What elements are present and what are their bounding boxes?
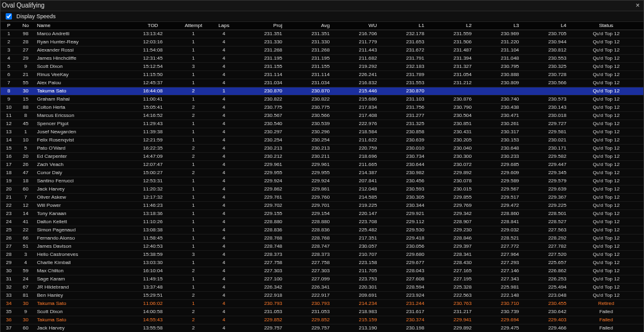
col-laps[interactable]: Laps: [210, 22, 237, 30]
table-row[interactable]: 3381Ben Hanley15:29:5124222.918222.91720…: [1, 292, 643, 300]
titlebar[interactable]: Oval Qualifying ×: [1, 1, 643, 11]
cell-l1: 231.756: [379, 104, 426, 112]
table-row[interactable]: 830Takuma Sato16:44:0821230.870230.87021…: [1, 87, 643, 96]
cell-p: 36: [1, 316, 17, 324]
col-wu[interactable]: WU: [332, 22, 379, 30]
cell-proj: 229.862: [238, 185, 285, 194]
table-row[interactable]: 2212Will Power11:46:2314229.702229.70121…: [1, 202, 643, 210]
cell-avg: 229.955: [285, 169, 332, 177]
col-attempt[interactable]: Attempt: [177, 22, 211, 30]
col-proj[interactable]: Proj: [238, 22, 285, 30]
display-speeds-label[interactable]: Display Speeds: [16, 13, 56, 20]
col-name[interactable]: Name: [35, 22, 130, 30]
cell-l3: 229.517: [474, 194, 521, 202]
cell-wu: 217.351: [332, 235, 379, 243]
cell-wu: 218.983: [332, 308, 379, 316]
table-row[interactable]: 327Alexander Rossi11:54:0814231.268231.2…: [1, 47, 643, 55]
cell-status: Qu'd Top 12: [569, 112, 643, 120]
cell-l1: 228.594: [379, 284, 426, 292]
cell-att: 1: [177, 202, 211, 210]
table-row[interactable]: 198Marco Andretti13:13:4214231.351231.35…: [1, 30, 643, 38]
display-speeds-checkbox[interactable]: [6, 13, 12, 19]
cell-avg: 231.034: [285, 79, 332, 87]
table-row[interactable]: 283Helio Castroneves15:38:5934228.373228…: [1, 251, 643, 259]
table-row[interactable]: 3267JR Hildebrand13:37:4814226.342226.34…: [1, 284, 643, 292]
cell-status: Qu'd Top 12: [569, 292, 643, 300]
cell-proj: 231.195: [238, 55, 285, 63]
cell-status: Qu'd Top 12: [569, 120, 643, 128]
cell-l4: 227.782: [521, 243, 569, 251]
table-row[interactable]: 359Scott Dixon14:00:5824231.053231.05321…: [1, 308, 643, 316]
cell-laps: 4: [210, 47, 237, 55]
table-row[interactable]: 2666Fernando Alonso11:58:4514228.768228.…: [1, 235, 643, 243]
cell-att: 1: [177, 185, 211, 194]
cell-no: 18: [17, 177, 35, 185]
cell-l2: 229.892: [427, 169, 474, 177]
table-row[interactable]: 228Ryan Hunter-Reay12:03:1614231.330231.…: [1, 38, 643, 47]
cell-l1: 230.344: [379, 202, 426, 210]
cell-l3: 227.293: [474, 259, 521, 267]
cell-avg: 231.195: [285, 55, 332, 63]
table-row[interactable]: 429James Hinchcliffe12:31:4514231.195231…: [1, 55, 643, 63]
cell-l3: 230.317: [474, 128, 521, 136]
cell-l1: 230.870: [379, 87, 426, 96]
cell-status: Qu'd Top 12: [569, 235, 643, 243]
table-row[interactable]: 1918Santino Ferrucci12:53:3114229.924229…: [1, 177, 643, 185]
cell-l1: 230.858: [379, 128, 426, 136]
table-row[interactable]: 2441Dalton Kellett11:10:2614228.880228.8…: [1, 218, 643, 226]
table-row[interactable]: 3430Takuma Sato11:06:0214230.793230.7932…: [1, 300, 643, 308]
table-row[interactable]: 131Josef Newgarden11:39:3814230.297230.2…: [1, 128, 643, 136]
col-tod[interactable]: TOD: [129, 22, 176, 30]
table-row[interactable]: 3059Max Chilton16:10:0424227.303227.3032…: [1, 267, 643, 275]
table-row[interactable]: 118Marcus Ericsson14:16:5224230.567230.5…: [1, 112, 643, 120]
cell-p: 33: [1, 292, 17, 300]
table-row[interactable]: 3630Takuma Sato14:55:4324229.852229.8522…: [1, 316, 643, 324]
col-status[interactable]: Status: [569, 22, 643, 30]
cell-no: 55: [17, 79, 35, 87]
col-avg[interactable]: Avg: [285, 22, 332, 30]
table-row[interactable]: 3124Sage Karam11:49:1514227.100227.09922…: [1, 275, 643, 284]
cell-name: Takuma Sato: [35, 87, 130, 96]
cell-proj: 229.852: [238, 316, 285, 324]
table-row[interactable]: 2314Tony Kanaan13:18:3614229.155229.1542…: [1, 210, 643, 218]
cell-no: 22: [17, 226, 35, 235]
col-l2[interactable]: L2: [427, 22, 474, 30]
table-row[interactable]: 1410Felix Rosenqvist12:21:5914230.254230…: [1, 136, 643, 145]
col-p[interactable]: P: [1, 22, 17, 30]
cell-l4: 230.642: [521, 308, 569, 316]
cell-status: Qu'd Top 12: [569, 128, 643, 136]
col-no[interactable]: No: [17, 22, 35, 30]
table-row[interactable]: 294Charlie Kimball13:03:3014227.758227.7…: [1, 259, 643, 267]
close-icon[interactable]: ×: [633, 1, 642, 10]
table-row[interactable]: 2060Jack Harvey11:20:3214229.862229.8612…: [1, 185, 643, 194]
table-row[interactable]: 1620Ed Carpenter14:47:0924230.212230.211…: [1, 153, 643, 161]
cell-tod: 15:12:54: [129, 63, 176, 71]
cell-proj: 230.254: [238, 136, 285, 145]
table-row[interactable]: 59Scott Dixon15:12:5434231.155231.155219…: [1, 63, 643, 71]
cell-proj: 230.793: [238, 300, 285, 308]
cell-l4: 230.566: [521, 79, 569, 87]
table-row[interactable]: 217Oliver Askew12:17:3214229.761229.7602…: [1, 194, 643, 202]
table-row[interactable]: 3760Jack Harvey13:55:5824229.757229.7572…: [1, 324, 643, 333]
cell-l1: 229.680: [379, 251, 426, 259]
cell-l2: 230.078: [427, 177, 474, 185]
cell-tod: 14:47:09: [129, 153, 176, 161]
table-row[interactable]: 1088Colton Herta15:05:4124230.775230.775…: [1, 104, 643, 112]
table-row[interactable]: 2522Simon Pagenaud13:08:3814228.836228.8…: [1, 226, 643, 235]
table-row[interactable]: 2751James Davison12:40:5314228.748228.74…: [1, 243, 643, 251]
col-l3[interactable]: L3: [474, 22, 521, 30]
cell-wu: 215.446: [332, 87, 379, 96]
table-row[interactable]: 915Graham Rahal11:00:4114230.822230.8222…: [1, 96, 643, 104]
table-row[interactable]: 621Rinus VeeKay11:15:5014231.114231.1142…: [1, 71, 643, 79]
table-row[interactable]: 755Alex Palou12:45:3714231.034231.034216…: [1, 79, 643, 87]
table-row[interactable]: 1847Conor Daly15:00:2724229.955229.95521…: [1, 169, 643, 177]
col-l1[interactable]: L1: [379, 22, 426, 30]
cell-l2: 222.563: [427, 292, 474, 300]
cell-no: 81: [17, 292, 35, 300]
table-row[interactable]: 155Pato O'Ward16:22:3524230.213230.21322…: [1, 145, 643, 153]
table-row[interactable]: 1245Spencer Pigot11:29:4314230.540230.53…: [1, 120, 643, 128]
cell-status: Qu'd Top 12: [569, 259, 643, 267]
table-row[interactable]: 1726Zach Veach12:07:4714229.961229.96121…: [1, 161, 643, 169]
cell-l4: 227.520: [521, 251, 569, 259]
col-l4[interactable]: L4: [521, 22, 569, 30]
